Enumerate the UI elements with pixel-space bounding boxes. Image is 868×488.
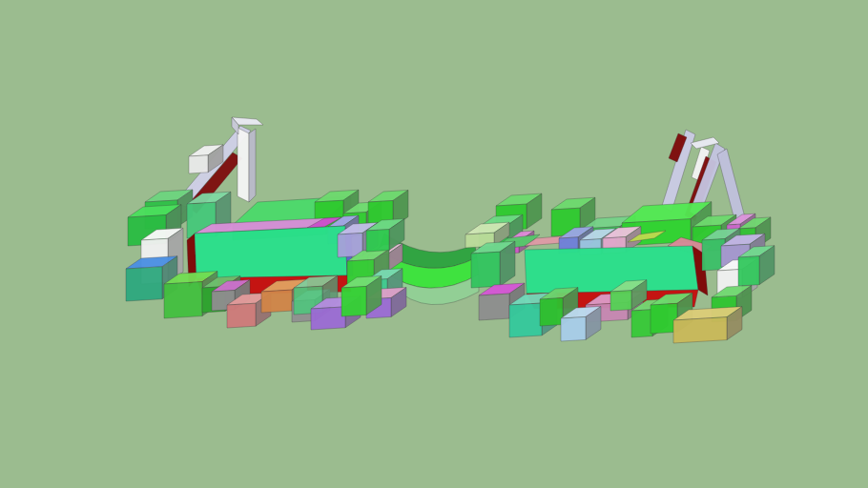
left-frame-block-front: [341, 286, 366, 316]
left-frame-block-front: [164, 282, 202, 318]
right-lens: [525, 246, 698, 294]
left-temple-white-block-front: [189, 155, 208, 173]
right-frame-magenta-block-front: [479, 294, 509, 320]
left-frame-salmon-block-front: [227, 303, 256, 328]
right-frame-block-front: [471, 252, 500, 288]
model-viewer-stage: [0, 0, 868, 488]
left-temple-white-bar: [238, 128, 249, 202]
model-viewport[interactable]: [0, 0, 868, 488]
right-frame-block-front: [610, 291, 631, 311]
right-frame-yellow-slab-front: [673, 317, 727, 343]
right-frame-block-front: [738, 256, 759, 286]
right-frame-teal-block-front: [509, 303, 542, 337]
left-frame-purple-slab-front: [311, 307, 345, 330]
left-frame-blue-top-block-front: [126, 267, 162, 301]
left-temple-white-bar-side: [249, 129, 256, 202]
left-lens: [195, 226, 347, 278]
bridge-left-abutment-front: [366, 230, 389, 252]
right-frame-lightblue-block-front: [561, 316, 586, 341]
right-frame-block-front: [631, 310, 652, 337]
left-frame-orange-block-front: [261, 290, 292, 313]
right-frame-block-front: [540, 298, 563, 326]
